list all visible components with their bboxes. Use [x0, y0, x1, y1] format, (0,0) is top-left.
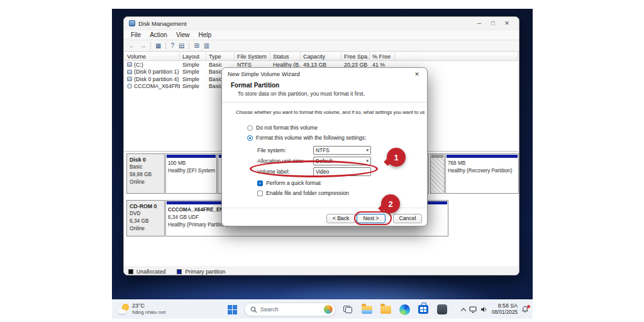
- weather-temperature: 23°C: [132, 303, 165, 309]
- column-filler: [395, 52, 518, 60]
- window-titlebar: Disk Management ─ □ ✕: [124, 17, 519, 30]
- menu-action[interactable]: Action: [145, 31, 172, 38]
- column-status[interactable]: Status: [270, 52, 301, 60]
- cell-layout: Simple: [180, 83, 206, 89]
- new-volume-icon[interactable]: ⊞: [194, 43, 199, 49]
- file-system-label: File system:: [257, 147, 313, 153]
- annotation-badge-2: 2: [381, 194, 400, 213]
- checkbox-unchecked-icon[interactable]: [257, 191, 263, 196]
- column-capacity[interactable]: Capacity: [301, 52, 341, 60]
- menu-help[interactable]: Help: [194, 31, 216, 38]
- weather-description: Nắng nhiều nơi: [132, 309, 165, 316]
- drive-icon: [127, 62, 132, 67]
- cell-layout: Simple: [180, 76, 206, 82]
- radio-label: Format this volume with the following se…: [256, 135, 366, 141]
- partition-free-space[interactable]: [430, 153, 445, 194]
- properties-icon[interactable]: ▤: [179, 43, 184, 49]
- folder-icon: [380, 306, 391, 314]
- column-file-system[interactable]: File System: [235, 52, 270, 60]
- weather-widget[interactable]: 23°C Nắng nhiều nơi: [118, 303, 165, 316]
- back-icon[interactable]: ←: [129, 43, 135, 49]
- tray-chevron-button[interactable]: [462, 307, 465, 313]
- partition-color-strip: [167, 155, 216, 158]
- folder-app-button[interactable]: [379, 303, 392, 316]
- search-input[interactable]: Search: [244, 303, 336, 316]
- column-type[interactable]: Type: [206, 52, 235, 60]
- display-tray-button[interactable]: [469, 306, 477, 313]
- minimize-button[interactable]: ─: [472, 20, 486, 26]
- partition-efi[interactable]: 100 MB Healthy (EFI System P: [165, 153, 217, 194]
- disk-type: DVD: [130, 210, 162, 218]
- start-button[interactable]: [225, 303, 239, 316]
- wizard-heading: Format Partition: [231, 82, 279, 89]
- volume-tray-button[interactable]: [480, 306, 488, 313]
- search-icon: [250, 306, 257, 313]
- annotation-badge-1: 1: [387, 148, 406, 167]
- column-free-space[interactable]: Free Spa...: [341, 52, 370, 60]
- edge-icon: [399, 304, 410, 315]
- dialog-title: New Simple Volume Wizard: [228, 71, 300, 77]
- forward-icon[interactable]: →: [140, 43, 146, 49]
- cancel-button[interactable]: Cancel: [393, 214, 422, 223]
- partition-color-strip: [447, 155, 518, 158]
- dialog-titlebar: New Simple Volume Wizard ✕: [222, 68, 427, 80]
- toolbar-separator: [165, 42, 166, 50]
- legend-primary-label: Primary partition: [185, 269, 225, 275]
- menu-file[interactable]: File: [126, 31, 145, 38]
- notification-dot: [527, 305, 530, 308]
- sun-cloud-icon: [118, 304, 129, 314]
- cdrom0-label-panel[interactable]: CD-ROM 0 DVD 6,34 GB Online: [126, 200, 165, 236]
- disk-type: Basic: [130, 164, 162, 171]
- checkbox-checked-icon[interactable]: ✓: [257, 180, 263, 186]
- compression-checkbox-row[interactable]: Enable file and folder compression: [257, 190, 349, 196]
- disk-name: Disk 0: [130, 156, 162, 164]
- file-system-dropdown[interactable]: NTFS ▾: [313, 146, 371, 155]
- volume-name: (Disk 0 partition 4): [134, 76, 179, 82]
- clock[interactable]: 8:58 SA 08/01/2025: [492, 303, 518, 316]
- task-view-button[interactable]: [341, 303, 355, 316]
- volume-label-row: Volume label:: [257, 167, 371, 176]
- partition-recovery[interactable]: 768 MB Healthy (Recovery Partition): [445, 153, 519, 194]
- radio-do-not-format[interactable]: Do not format this volume: [247, 125, 318, 131]
- legend: Unallocated Primary partition: [124, 267, 519, 275]
- column-pct-free[interactable]: % Free: [370, 52, 395, 60]
- wizard-header: Format Partition To store data on this p…: [222, 80, 427, 103]
- volume-label-label: Volume label:: [257, 169, 313, 175]
- tray-date: 08/01/2025: [492, 309, 518, 316]
- file-explorer-button[interactable]: [360, 303, 374, 316]
- volume-label-input[interactable]: [313, 167, 371, 176]
- view-list-icon[interactable]: ▥: [204, 43, 209, 49]
- disk0-label-panel[interactable]: Disk 0 Basic 59,98 GB Online: [126, 153, 165, 194]
- allocation-unit-value: Default: [316, 158, 333, 164]
- partition-size: 100 MB: [168, 160, 214, 167]
- edge-button[interactable]: [397, 303, 411, 316]
- disk-status: Online: [130, 179, 162, 186]
- next-button[interactable]: Next >: [357, 214, 386, 223]
- disk-name: CD-ROM 0: [130, 203, 162, 210]
- desktop: Disk Management ─ □ ✕ File Action View H…: [112, 9, 533, 319]
- unallocated-color-swatch: [128, 269, 133, 274]
- column-volume[interactable]: Volume: [125, 52, 180, 60]
- file-system-row: File system: NTFS ▾: [257, 146, 371, 155]
- drive-icon: [127, 70, 132, 74]
- menu-view[interactable]: View: [172, 31, 194, 38]
- primary-partition-color-swatch: [177, 269, 182, 274]
- quick-format-label: Perform a quick format: [266, 180, 321, 186]
- radio-format-with-settings[interactable]: Format this volume with the following se…: [247, 135, 366, 141]
- quick-format-checkbox-row[interactable]: ✓ Perform a quick format: [257, 180, 321, 186]
- app-button[interactable]: [435, 303, 449, 316]
- disk-size: 59,98 GB: [130, 171, 162, 179]
- console-tree-icon[interactable]: ▦: [155, 43, 161, 49]
- maximize-button[interactable]: □: [486, 20, 500, 26]
- store-button[interactable]: [416, 303, 430, 316]
- column-layout[interactable]: Layout: [180, 52, 206, 60]
- taskbar-center: Search: [225, 300, 449, 319]
- close-button[interactable]: ✕: [500, 20, 514, 26]
- dialog-close-button[interactable]: ✕: [413, 71, 421, 77]
- toolbar-separator: [189, 42, 189, 50]
- back-button[interactable]: < Back: [326, 214, 355, 223]
- legend-unallocated-label: Unallocated: [136, 269, 165, 275]
- notification-bell-button[interactable]: [521, 306, 529, 313]
- help-icon[interactable]: ?: [170, 43, 174, 49]
- allocation-unit-dropdown[interactable]: Default ▾: [313, 157, 371, 165]
